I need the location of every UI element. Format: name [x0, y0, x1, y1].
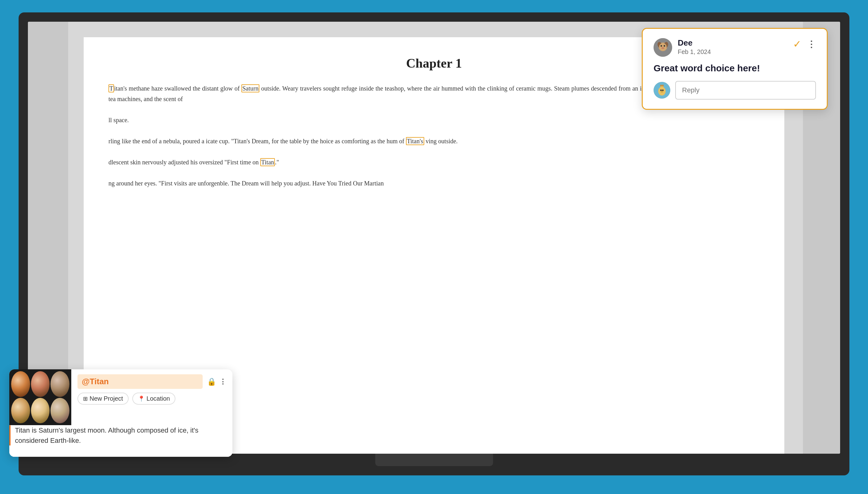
comment-author-avatar	[654, 38, 672, 57]
monitor-stand	[375, 454, 493, 466]
doc-paragraph-5: ng around her eyes. "First visits are un…	[108, 180, 383, 187]
svg-point-6	[664, 45, 665, 47]
mention-description-area: Titan is Saturn's largest moon. Although…	[9, 425, 232, 457]
svg-point-15	[662, 90, 664, 91]
mention-lock-icon: 🔒	[207, 377, 216, 386]
svg-point-13	[662, 85, 664, 87]
reply-input[interactable]	[675, 81, 816, 99]
mention-dots-icon[interactable]: ⋮	[219, 378, 226, 386]
location-pin-icon: 📍	[138, 395, 145, 402]
mention-top-bar: @Titan 🔒 ⋮	[77, 374, 226, 389]
doc-paragraph-2: ll space.	[108, 117, 129, 124]
mention-name[interactable]: @Titan	[77, 374, 203, 389]
comment-meta: Dee Feb 1, 2024	[678, 38, 793, 56]
comment-body-text: Great word choice here!	[654, 63, 816, 74]
svg-point-5	[661, 45, 662, 47]
comment-header: Dee Feb 1, 2024 ✓ ⋮	[654, 38, 816, 57]
titan-highlight-2: Titan's	[406, 137, 424, 145]
mention-card: @Titan 🔒 ⋮ ⊞ New Project 📍 Location Tita…	[9, 369, 232, 457]
reply-user-avatar	[654, 82, 670, 99]
mention-tag-location[interactable]: 📍 Location	[132, 393, 176, 405]
mention-planet-image	[9, 369, 71, 425]
svg-point-4	[659, 43, 667, 51]
comment-more-icon[interactable]: ⋮	[807, 39, 816, 49]
mention-content-area: @Titan 🔒 ⋮ ⊞ New Project 📍 Location	[71, 369, 232, 425]
mention-accent-border	[9, 425, 11, 445]
new-project-icon: ⊞	[83, 395, 88, 402]
svg-point-16	[661, 91, 663, 93]
mention-tag-new-project[interactable]: ⊞ New Project	[77, 393, 129, 405]
mention-tags: ⊞ New Project 📍 Location	[77, 393, 226, 405]
mention-description-text: Titan is Saturn's largest moon. Although…	[15, 425, 226, 445]
saturn-highlight: Saturn	[241, 84, 259, 92]
mention-tag-location-label: Location	[146, 395, 170, 402]
mention-tag-new-project-label: New Project	[90, 395, 123, 402]
comment-actions: ✓ ⋮	[793, 38, 816, 50]
planet-2	[31, 371, 50, 397]
titan-highlight-3: Titan	[260, 158, 275, 166]
svg-point-14	[660, 90, 662, 91]
comment-card: Dee Feb 1, 2024 ✓ ⋮ Great word choice he…	[642, 28, 828, 110]
planet-1	[11, 371, 30, 397]
titan-highlight-1: T	[108, 84, 114, 92]
planet-3	[51, 371, 70, 397]
planet-4	[11, 398, 30, 424]
svg-point-12	[660, 85, 662, 87]
reply-area	[654, 81, 816, 99]
comment-date: Feb 1, 2024	[678, 49, 793, 56]
planet-5	[31, 398, 50, 424]
doc-paragraph-3: rling like the end of a nebula, poured a…	[108, 137, 458, 145]
doc-paragraph-4: dlescent skin nervously adjusted his ove…	[108, 158, 279, 166]
svg-point-7	[661, 47, 665, 49]
resolve-check-icon[interactable]: ✓	[793, 38, 801, 50]
mention-top-area: @Titan 🔒 ⋮ ⊞ New Project 📍 Location	[9, 369, 232, 425]
planet-6	[51, 398, 70, 424]
comment-author-name: Dee	[678, 38, 793, 48]
